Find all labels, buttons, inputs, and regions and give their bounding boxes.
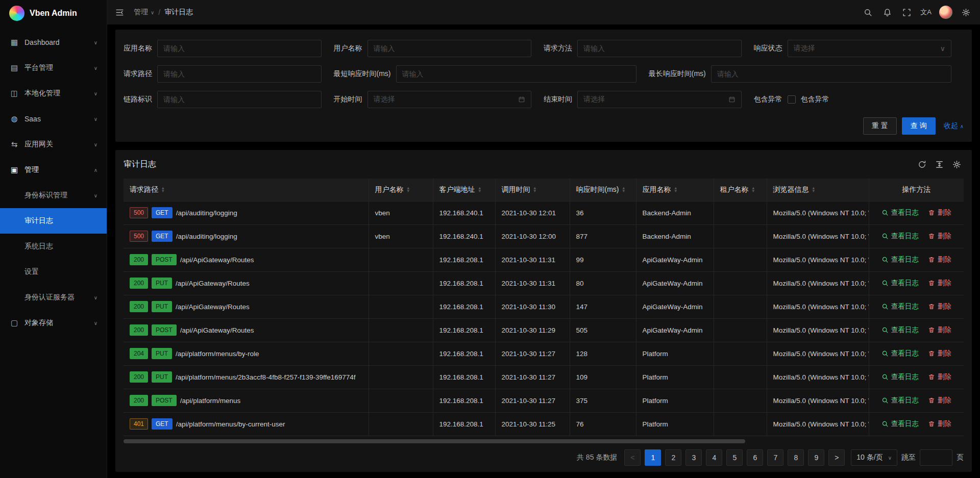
delete-button[interactable]: 删除 (928, 372, 951, 382)
breadcrumb-parent[interactable]: 管理 ∨ (134, 8, 154, 17)
cell-actions: 查看日志删除 (869, 389, 964, 412)
column-header-browser-info[interactable]: 浏览器信息▴▾ (767, 179, 869, 201)
method-badge: PUT (152, 301, 172, 312)
search-icon[interactable] (859, 3, 877, 21)
column-settings-icon[interactable] (949, 157, 964, 171)
view-log-button[interactable]: 查看日志 (881, 302, 919, 311)
filter-input-user-name[interactable] (368, 40, 532, 57)
page-size-select[interactable]: 10 条/页 ∨ (851, 449, 897, 466)
filter-input-request-path[interactable] (157, 65, 322, 83)
delete-button[interactable]: 删除 (928, 255, 951, 264)
column-header-request-path[interactable]: 请求路径▴▾ (124, 179, 369, 201)
page-button-5[interactable]: 5 (726, 449, 743, 466)
avatar[interactable] (939, 6, 952, 19)
column-header-app-name[interactable]: 应用名称▴▾ (636, 179, 714, 201)
collapse-link[interactable]: 收起 ∧ (944, 121, 964, 131)
view-log-button[interactable]: 查看日志 (881, 279, 919, 288)
search-button[interactable]: 查 询 (902, 117, 936, 135)
sort-icon[interactable]: ▴▾ (623, 187, 625, 192)
sidebar-item-gateway[interactable]: ⇆应用网关∨ (0, 132, 107, 157)
page-button-1[interactable]: 1 (645, 449, 661, 466)
sidebar-item-manage[interactable]: ▣管理∧ (0, 157, 107, 183)
filter-input-user-name[interactable] (374, 44, 526, 53)
prev-page-button[interactable]: < (624, 449, 641, 466)
sidebar-subitem-settings[interactable]: 设置 (0, 259, 107, 285)
filter-input-min-response-time[interactable] (396, 65, 636, 83)
sidebar-subitem-auth-server[interactable]: 身份认证服务器∨ (0, 285, 107, 310)
has-exception-checkbox[interactable] (788, 95, 796, 104)
delete-button[interactable]: 删除 (928, 419, 951, 429)
sort-icon[interactable]: ▴▾ (752, 187, 755, 192)
filter-input-trace-id[interactable] (163, 95, 315, 104)
column-header-client-address[interactable]: 客户端地址▴▾ (433, 179, 495, 201)
filter-input-trace-id[interactable] (157, 91, 322, 108)
filter-input-http-method[interactable] (583, 44, 736, 53)
view-log-button[interactable]: 查看日志 (881, 349, 919, 358)
sort-icon[interactable]: ▴▾ (407, 187, 410, 192)
filter-input-min-response-time[interactable] (402, 70, 630, 78)
page-button-3[interactable]: 3 (685, 449, 702, 466)
delete-button[interactable]: 删除 (928, 325, 951, 335)
view-log-button[interactable]: 查看日志 (881, 232, 919, 241)
refresh-icon[interactable] (915, 157, 929, 171)
view-log-button[interactable]: 查看日志 (881, 396, 919, 405)
column-header-user-name[interactable]: 用户名称▴▾ (369, 179, 433, 201)
view-log-button[interactable]: 查看日志 (881, 419, 919, 429)
filter-select-http-status[interactable]: 请选择∨ (788, 40, 952, 57)
page-button-6[interactable]: 6 (747, 449, 763, 466)
column-label: 请求路径 (130, 185, 158, 194)
next-page-button[interactable]: > (828, 449, 845, 466)
sidebar-item-localization[interactable]: ◫本地化管理∨ (0, 81, 107, 106)
delete-button[interactable]: 删除 (928, 396, 951, 405)
sidebar-item-dashboard[interactable]: ▦Dashboard∨ (0, 30, 107, 55)
sidebar-item-platform[interactable]: ▤平台管理∨ (0, 55, 107, 81)
filter-input-http-method[interactable] (577, 40, 742, 57)
request-path-text: /api/platform/menus (180, 397, 241, 405)
sort-icon[interactable]: ▴▾ (813, 187, 815, 192)
filter-input-max-response-time[interactable] (717, 70, 945, 78)
sidebar-item-label: 平台管理 (24, 63, 89, 72)
sort-icon[interactable]: ▴▾ (534, 187, 536, 192)
page-button-2[interactable]: 2 (665, 449, 681, 466)
fullscreen-icon[interactable] (897, 3, 916, 21)
filter-input-app-name[interactable] (157, 40, 322, 57)
sort-icon[interactable]: ▴▾ (162, 187, 164, 192)
row-height-icon[interactable] (932, 157, 946, 171)
page-button-4[interactable]: 4 (706, 449, 722, 466)
page-button-7[interactable]: 7 (767, 449, 783, 466)
page-button-8[interactable]: 8 (788, 449, 804, 466)
scrollbar-thumb[interactable] (124, 439, 745, 443)
app-logo[interactable]: Vben Admin (0, 0, 107, 27)
view-log-button[interactable]: 查看日志 (881, 208, 919, 217)
sidebar-fold-icon[interactable] (110, 3, 129, 21)
filter-input-max-response-time[interactable] (711, 65, 951, 83)
filter-date-start-time[interactable]: 请选择 (368, 91, 532, 108)
filter-input-request-path[interactable] (163, 70, 315, 78)
page-button-9[interactable]: 9 (808, 449, 824, 466)
sort-icon[interactable]: ▴▾ (479, 187, 481, 192)
delete-button[interactable]: 删除 (928, 279, 951, 288)
bell-icon[interactable] (878, 3, 896, 21)
delete-button[interactable]: 删除 (928, 302, 951, 311)
filter-input-app-name[interactable] (163, 44, 315, 53)
sort-icon[interactable]: ▴▾ (675, 187, 677, 192)
sidebar-subitem-identity[interactable]: 身份标识管理∨ (0, 183, 107, 208)
sidebar-item-saas[interactable]: ◍Saas∨ (0, 106, 107, 132)
view-log-button[interactable]: 查看日志 (881, 372, 919, 382)
sidebar-item-object-storage[interactable]: ▢对象存储∨ (0, 310, 107, 336)
sidebar-subitem-system-log[interactable]: 系统日志 (0, 234, 107, 259)
delete-button[interactable]: 删除 (928, 208, 951, 217)
settings-gear-icon[interactable] (957, 3, 975, 21)
column-header-call-time[interactable]: 调用时间▴▾ (495, 179, 570, 201)
delete-button[interactable]: 删除 (928, 349, 951, 358)
view-log-button[interactable]: 查看日志 (881, 255, 919, 264)
view-log-button[interactable]: 查看日志 (881, 325, 919, 335)
reset-button[interactable]: 重 置 (863, 117, 897, 135)
column-header-response-time[interactable]: 响应时间(ms)▴▾ (570, 179, 636, 201)
column-header-tenant-name[interactable]: 租户名称▴▾ (714, 179, 767, 201)
sidebar-subitem-audit-log[interactable]: 审计日志 (0, 208, 107, 234)
filter-date-end-time[interactable]: 请选择 (577, 91, 742, 108)
jump-page-input[interactable] (920, 449, 952, 466)
translate-icon[interactable]: 文A (917, 3, 935, 21)
delete-button[interactable]: 删除 (928, 232, 951, 241)
